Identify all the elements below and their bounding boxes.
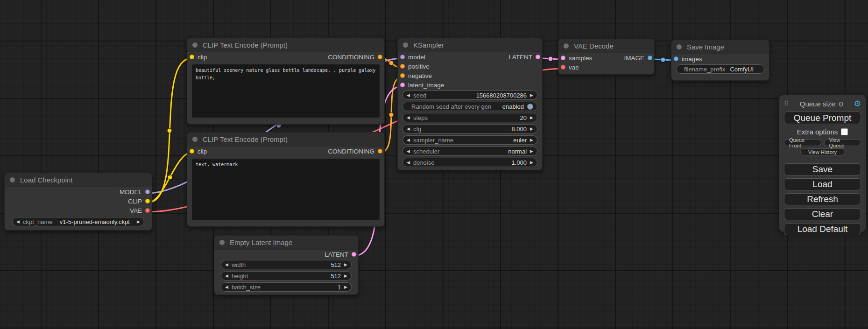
input-port-vae[interactable]: [561, 65, 565, 70]
input-port-latent-image[interactable]: [400, 83, 405, 87]
decrement-arrow-icon[interactable]: ◀: [407, 127, 410, 131]
queue-front-button[interactable]: Queue Front: [784, 139, 821, 146]
widget-seed[interactable]: ◀ seed 156680208700286 ▶: [402, 91, 537, 100]
node-load-checkpoint[interactable]: Load Checkpoint MODEL CLIP VAE ◀ ckpt_na…: [4, 173, 152, 231]
save-button[interactable]: Save: [784, 163, 861, 175]
increment-arrow-icon[interactable]: ▶: [530, 116, 533, 120]
load-button[interactable]: Load: [784, 178, 861, 190]
prev-option-arrow-icon[interactable]: ◀: [407, 138, 410, 142]
port-label: model: [408, 54, 425, 61]
widget-cfg[interactable]: ◀ cfg 8.000 ▶: [402, 124, 537, 133]
next-option-arrow-icon[interactable]: ▶: [530, 149, 533, 154]
input-port-clip[interactable]: [190, 55, 194, 59]
prev-option-arrow-icon[interactable]: ◀: [16, 220, 20, 224]
increment-arrow-icon[interactable]: ▶: [530, 93, 533, 98]
node-title-bar[interactable]: Empty Latent Image: [214, 236, 358, 250]
input-port-images[interactable]: [674, 56, 678, 61]
port-label: clip: [198, 148, 207, 155]
widget-denoise[interactable]: ◀ denoise 1.000 ▶: [402, 158, 537, 167]
output-port-image[interactable]: [648, 56, 652, 60]
decrement-arrow-icon[interactable]: ◀: [225, 274, 228, 278]
refresh-button[interactable]: Refresh: [784, 193, 861, 205]
settings-gear-icon[interactable]: ⚙: [854, 100, 861, 108]
queue-prompt-button[interactable]: Queue Prompt: [784, 112, 861, 124]
collapse-dot-icon[interactable]: [10, 177, 15, 182]
drag-handle-icon[interactable]: ⠿: [784, 100, 789, 107]
widget-width[interactable]: ◀ width 512 ▶: [221, 260, 352, 269]
prompt-textarea[interactable]: text, watermark: [192, 159, 380, 220]
decrement-arrow-icon[interactable]: ◀: [407, 116, 410, 120]
toggle-dot-icon[interactable]: [527, 104, 533, 110]
node-title-bar[interactable]: Load Checkpoint: [5, 173, 152, 187]
clear-button[interactable]: Clear: [784, 208, 861, 220]
input-port-clip[interactable]: [190, 149, 194, 154]
increment-arrow-icon[interactable]: ▶: [344, 285, 347, 289]
input-port-samples[interactable]: [561, 56, 565, 60]
increment-arrow-icon[interactable]: ▶: [344, 274, 347, 278]
decrement-arrow-icon[interactable]: ◀: [407, 161, 410, 165]
widget-height[interactable]: ◀ height 512 ▶: [221, 271, 352, 280]
node-title-bar[interactable]: VAE Decode: [558, 39, 654, 53]
node-vae-decode[interactable]: VAE Decode samples IMAGE vae: [558, 39, 655, 75]
widget-scheduler[interactable]: ◀ scheduler normal ▶: [402, 147, 537, 156]
output-port-latent[interactable]: [352, 252, 356, 257]
output-port-vae[interactable]: [145, 208, 150, 213]
node-graph-canvas[interactable]: CLIP Text Encode (Prompt) clip CONDITION…: [0, 0, 868, 329]
prev-option-arrow-icon[interactable]: ◀: [407, 149, 410, 154]
output-port-clip[interactable]: [145, 199, 150, 203]
increment-arrow-icon[interactable]: ▶: [530, 127, 533, 131]
node-title-bar[interactable]: CLIP Text Encode (Prompt): [187, 133, 384, 147]
wire-dot: [389, 61, 394, 65]
view-history-button[interactable]: View History: [800, 148, 845, 155]
widget-ckpt-name[interactable]: ◀ ckpt_name v1-5-pruned-emaonly.ckpt ▶: [12, 217, 144, 226]
widget-sampler-name[interactable]: ◀ sampler_name euler ▶: [402, 135, 537, 145]
node-clip-text-encode-positive[interactable]: CLIP Text Encode (Prompt) clip CONDITION…: [187, 38, 385, 125]
next-option-arrow-icon[interactable]: ▶: [530, 138, 533, 142]
collapse-dot-icon[interactable]: [403, 42, 408, 48]
port-label: VAE: [130, 207, 142, 214]
extra-options-checkbox[interactable]: [841, 128, 848, 135]
output-port-model[interactable]: [145, 189, 150, 194]
decrement-arrow-icon[interactable]: ◀: [225, 285, 228, 289]
node-title-bar[interactable]: Save Image: [671, 40, 769, 54]
view-queue-button[interactable]: View Queue: [824, 139, 861, 146]
collapse-dot-icon[interactable]: [564, 43, 569, 49]
decrement-arrow-icon[interactable]: ◀: [225, 263, 228, 267]
collapse-dot-icon[interactable]: [219, 240, 225, 245]
node-title-bar[interactable]: KSampler: [398, 38, 542, 52]
node-title: Empty Latent Image: [230, 238, 292, 246]
prompt-textarea[interactable]: beautiful scenery nature glass bottle la…: [192, 64, 380, 118]
collapse-dot-icon[interactable]: [192, 42, 198, 48]
port-label: CLIP: [128, 198, 142, 205]
increment-arrow-icon[interactable]: ▶: [530, 161, 533, 165]
load-default-button[interactable]: Load Default: [784, 223, 861, 235]
port-label: MODEL: [120, 189, 142, 196]
collapse-dot-icon[interactable]: [192, 137, 198, 142]
wire-dot: [661, 57, 665, 62]
port-label: CONDITIONING: [328, 54, 374, 61]
extra-options-label: Extra options: [797, 128, 838, 136]
decrement-arrow-icon[interactable]: ◀: [407, 93, 410, 98]
widget-batch-size[interactable]: ◀ batch_size 1 ▶: [221, 282, 352, 292]
port-label: samples: [569, 55, 592, 62]
input-port-model[interactable]: [400, 55, 405, 59]
node-clip-text-encode-negative[interactable]: CLIP Text Encode (Prompt) clip CONDITION…: [187, 132, 385, 227]
output-port-conditioning[interactable]: [378, 149, 382, 154]
output-port-conditioning[interactable]: [378, 55, 382, 59]
output-port-latent[interactable]: [536, 55, 540, 59]
widget-random-seed-toggle[interactable]: Random seed after every gen enabled: [402, 102, 537, 111]
increment-arrow-icon[interactable]: ▶: [344, 263, 347, 267]
input-port-positive[interactable]: [400, 64, 405, 69]
widget-steps[interactable]: ◀ steps 20 ▶: [402, 113, 537, 122]
node-empty-latent-image[interactable]: Empty Latent Image LATENT ◀ width 512 ▶ …: [214, 235, 359, 295]
collapse-dot-icon[interactable]: [677, 44, 682, 49]
input-port-negative[interactable]: [400, 73, 405, 78]
next-option-arrow-icon[interactable]: ▶: [137, 220, 140, 224]
node-save-image[interactable]: Save Image images filename_prefix ComfyU…: [671, 40, 769, 81]
node-title-bar[interactable]: CLIP Text Encode (Prompt): [187, 38, 384, 52]
wire-dot: [168, 175, 172, 180]
node-title: Save Image: [687, 43, 724, 51]
node-ksampler[interactable]: KSampler model LATENT positive negative …: [397, 38, 543, 170]
widget-filename-prefix[interactable]: filename_prefix ComfyUI: [676, 64, 764, 74]
wire-dot: [389, 112, 394, 117]
